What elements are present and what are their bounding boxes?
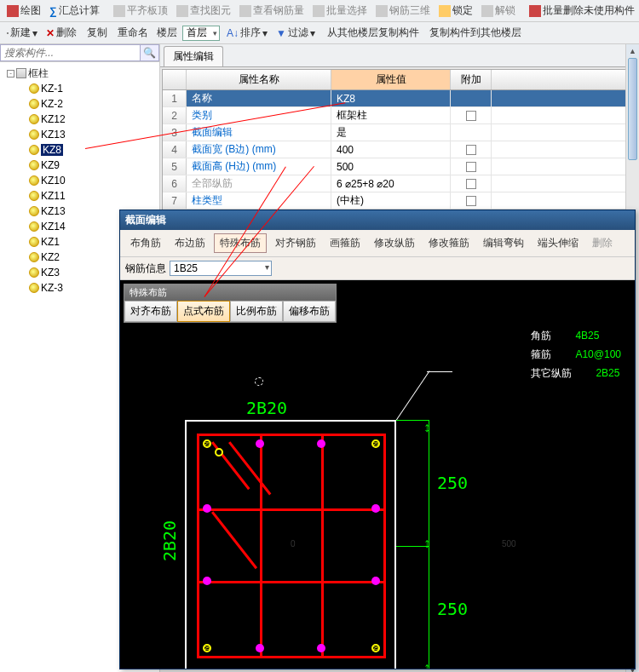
tb-find: 查找图元 [173, 2, 234, 20]
editor-tool[interactable]: 特殊布筋 [214, 233, 267, 253]
prop-row[interactable]: 6全部纵筋6 ⌀25+8 ⌀20 [163, 175, 636, 192]
bullet-icon [29, 114, 39, 124]
btn-sort[interactable]: A↓排序 ▾ [223, 24, 271, 42]
tb-sum[interactable]: ∑汇总计算 [46, 2, 103, 20]
btn-delete[interactable]: ✕删除 [43, 24, 80, 42]
checkbox[interactable] [466, 145, 476, 155]
btn-rename[interactable]: 重命名 [112, 24, 152, 42]
tb-draw[interactable]: 绘图 [3, 2, 44, 20]
tb-unlock: 解锁 [478, 2, 519, 20]
leader-line [427, 371, 452, 372]
section-canvas[interactable]: 特殊布筋 对齐布筋点式布筋比例布筋偏移布筋 角筋4B25箍筋A10@100其它纵… [120, 280, 635, 669]
prop-row[interactable]: 7柱类型(中柱) [163, 192, 636, 210]
dim-left-label: 2B20 [159, 520, 180, 561]
search-input[interactable] [0, 44, 141, 61]
axis-tick: 500 [502, 539, 516, 549]
col-value: 属性值 [331, 70, 451, 89]
special-rebar-palette: 特殊布筋 对齐布筋点式布筋比例布筋偏移布筋 [124, 284, 337, 323]
edge-bar [371, 577, 380, 585]
tree-item-KZ9[interactable]: KZ9 [2, 158, 158, 173]
property-tabstrip: 属性编辑 [160, 44, 639, 67]
palette-title: 特殊布筋 [124, 284, 336, 301]
palette-button[interactable]: 比例布筋 [230, 301, 283, 322]
palette-button[interactable]: 对齐布筋 [124, 301, 177, 322]
prop-row[interactable]: 1名称KZ8 [163, 90, 636, 107]
legend-row: 其它纵筋2B25 [531, 364, 621, 382]
editor-tool[interactable]: 画箍筋 [325, 234, 366, 252]
search-icon: 🔍 [143, 47, 156, 59]
tab-property-edit[interactable]: 属性编辑 [164, 46, 223, 66]
edge-bar [256, 644, 264, 652]
dim-right-2: 250 [437, 599, 468, 619]
edge-bar [256, 439, 264, 448]
edge-bar [317, 644, 325, 652]
btn-filter[interactable]: ▼过滤 ▾ [273, 24, 319, 42]
editor-tool[interactable]: 布角筋 [125, 234, 166, 252]
editor-tool[interactable]: 对齐钢筋 [270, 234, 321, 252]
section-editor-window: 截面编辑 布角筋布边筋特殊布筋对齐钢筋画箍筋修改纵筋修改箍筋编辑弯钩端头伸缩删除… [119, 210, 636, 669]
dim-top-label: 2B20 [246, 398, 287, 418]
editor-title: 截面编辑 [120, 210, 635, 230]
legend-row: 箍筋A10@100 [531, 345, 621, 364]
editor-tool: 删除 [587, 234, 618, 252]
tb-lock[interactable]: 锁定 [435, 2, 476, 20]
editor-tool[interactable]: 编辑弯钩 [478, 234, 529, 252]
extra-bar [215, 448, 223, 457]
btn-copy[interactable]: 复制 [82, 24, 111, 42]
tree-item-KZ-1[interactable]: KZ-1 [2, 81, 158, 96]
legend-row: 角筋4B25 [531, 326, 621, 345]
palette-button[interactable]: 点式布筋 [177, 301, 230, 322]
scroll-up-icon[interactable]: ▲ [626, 44, 639, 58]
search-button[interactable]: 🔍 [141, 44, 159, 61]
top-toolbar: 绘图 ∑汇总计算 平齐板顶 查找图元 查看钢筋量 批量选择 钢筋三维 锁定 解锁… [0, 0, 639, 22]
tree-root[interactable]: - 框柱 [2, 66, 158, 81]
editor-tool[interactable]: 修改箍筋 [423, 234, 475, 252]
edge-bar [203, 504, 211, 513]
tree-item-KZ-2[interactable]: KZ-2 [2, 96, 158, 112]
bullet-icon [29, 252, 39, 262]
checkbox[interactable] [466, 111, 476, 121]
col-extra: 附加 [451, 70, 492, 89]
tree-item-KZ11[interactable]: KZ11 [2, 188, 158, 204]
btn-copy-from[interactable]: 从其他楼层复制构件 [322, 24, 423, 42]
col-name: 属性名称 [187, 70, 331, 89]
bullet-icon [29, 99, 39, 109]
bullet-icon [29, 83, 39, 94]
checkbox[interactable] [466, 196, 476, 206]
editor-tool[interactable]: 布边筋 [170, 234, 210, 252]
tree-item-KZ10[interactable]: KZ10 [2, 173, 158, 188]
checkbox[interactable] [466, 179, 476, 189]
bullet-icon [29, 267, 39, 278]
bullet-icon [29, 221, 39, 232]
checkbox[interactable] [466, 162, 476, 172]
editor-info-row: 钢筋信息 1B25 [120, 257, 635, 280]
dim-right-1: 250 [437, 473, 468, 493]
palette-button[interactable]: 偏移布筋 [283, 301, 336, 322]
bullet-icon [29, 160, 39, 170]
btn-new[interactable]: 新建 ▾ [3, 24, 41, 42]
prop-row[interactable]: 3截面编辑是 [163, 124, 636, 141]
collapse-icon[interactable]: - [7, 70, 14, 78]
tb-rebar-3d: 钢筋三维 [372, 2, 434, 20]
tb-flatten: 平齐板顶 [110, 2, 171, 20]
bullet-icon [29, 175, 39, 186]
floor-select[interactable]: 首层 [182, 26, 220, 41]
tree-item-KZ8[interactable]: KZ8 [2, 142, 158, 158]
btn-copy-to[interactable]: 复制构件到其他楼层 [424, 24, 525, 42]
prop-row[interactable]: 4截面宽 (B边) (mm)400 [163, 141, 636, 158]
main-toolbar: 新建 ▾ ✕删除 复制 重命名 楼层 首层 A↓排序 ▾ ▼过滤 ▾ 从其他楼层… [0, 22, 639, 44]
corner-bar: 25 [371, 439, 380, 448]
bullet-icon [29, 145, 39, 155]
origin-marker [255, 377, 263, 386]
bullet-icon [29, 283, 39, 293]
tree-item-KZ12[interactable]: KZ12 [2, 112, 158, 127]
tb-batch-delete[interactable]: 批量删除未使用构件 [526, 2, 638, 20]
bullet-icon [29, 237, 39, 247]
editor-tool[interactable]: 修改纵筋 [369, 234, 420, 252]
tb-rebar-qty: 查看钢筋量 [236, 2, 308, 20]
editor-tool[interactable]: 端头伸缩 [532, 234, 584, 252]
unlock-icon [481, 5, 493, 17]
edge-bar [203, 577, 211, 585]
prop-row[interactable]: 5截面高 (H边) (mm)500 [163, 158, 636, 175]
scroll-thumb[interactable] [628, 58, 637, 160]
